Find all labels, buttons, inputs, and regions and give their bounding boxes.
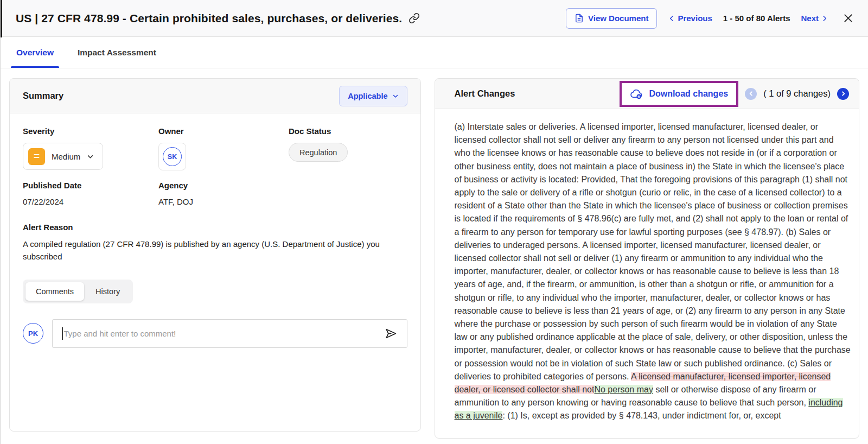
alerts-count: 1 - 50 of 80 Alerts xyxy=(723,14,790,23)
summary-body: Severity = Medium Owner SK xyxy=(10,113,420,361)
tab-overview[interactable]: Overview xyxy=(15,37,55,68)
tab-comments[interactable]: Comments xyxy=(25,282,84,301)
next-alert-button[interactable]: Next xyxy=(801,14,828,23)
copy-link-icon[interactable] xyxy=(409,12,420,24)
tab-bar: Overview Impact Assessment xyxy=(1,37,868,68)
next-label: Next xyxy=(801,14,819,23)
download-changes-label: Download changes xyxy=(649,89,728,99)
cloud-download-icon xyxy=(630,88,643,100)
agency-label: Agency xyxy=(158,181,289,190)
severity-medium-icon: = xyxy=(28,148,45,165)
change-segment-normal: (a) Interstate sales or deliveries. A li… xyxy=(455,122,851,381)
next-change-icon[interactable] xyxy=(837,88,849,100)
published-date-label: Published Date xyxy=(23,181,158,190)
changes-pager-text: ( 1 of 9 changes) xyxy=(763,88,831,99)
chevron-left-icon xyxy=(668,15,675,22)
summary-card: Summary Applicable Severity = Medium xyxy=(9,78,421,432)
severity-label: Severity xyxy=(23,126,158,136)
changes-pager: ( 1 of 9 changes) xyxy=(745,88,849,100)
alert-changes-body: (a) Interstate sales or deliveries. A li… xyxy=(435,109,859,434)
owner-label: Owner xyxy=(158,126,289,136)
change-segment-added: No person may xyxy=(594,385,653,394)
applicable-dropdown[interactable]: Applicable xyxy=(339,86,407,106)
text-caret xyxy=(62,327,63,340)
view-document-label: View Document xyxy=(588,14,648,23)
comment-placeholder: Type and hit enter to comment! xyxy=(64,329,384,338)
header-actions: View Document Previous 1 - 50 of 80 Aler… xyxy=(566,8,854,29)
previous-alert-button[interactable]: Previous xyxy=(668,14,712,23)
comment-composer: PK Type and hit enter to comment! xyxy=(23,319,407,348)
applicable-label: Applicable xyxy=(348,92,387,100)
summary-card-header: Summary Applicable xyxy=(10,79,420,113)
owner-avatar: SK xyxy=(163,147,182,166)
alert-changes-card: Alert Changes Download changes xyxy=(435,78,859,439)
summary-fields-row-1: Severity = Medium Owner SK xyxy=(23,126,407,170)
comment-input[interactable]: Type and hit enter to comment! xyxy=(52,319,407,348)
change-segment-normal: : (1) Is, except as provided by § 478.14… xyxy=(502,411,781,420)
owner-picker[interactable]: SK xyxy=(158,143,186,170)
alert-changes-header: Alert Changes Download changes xyxy=(435,79,859,109)
agency-value: ATF, DOJ xyxy=(158,197,289,206)
alert-reason-text: A compiled regulation (27 CFR 478.99) is… xyxy=(23,238,405,263)
chevron-down-icon xyxy=(87,153,94,160)
doc-status-label: Doc Status xyxy=(289,126,407,136)
previous-change-icon[interactable] xyxy=(745,88,757,100)
download-changes-button[interactable]: Download changes xyxy=(630,88,728,100)
published-date-value: 07/22/2024 xyxy=(23,197,158,206)
alert-reason-label: Alert Reason xyxy=(23,223,407,232)
previous-label: Previous xyxy=(678,14,712,23)
chevron-right-icon xyxy=(821,15,828,22)
header: US | 27 CFR 478.99 - Certain prohibited … xyxy=(1,0,868,37)
chevron-down-icon xyxy=(392,93,399,99)
close-icon[interactable] xyxy=(843,12,854,24)
download-highlight-annotation: Download changes xyxy=(620,81,738,107)
changes-text: (a) Interstate sales or deliveries. A li… xyxy=(455,120,851,423)
alert-changes-title: Alert Changes xyxy=(455,88,515,99)
tab-history[interactable]: History xyxy=(85,282,130,301)
document-icon xyxy=(575,14,584,23)
commenter-avatar: PK xyxy=(23,323,43,344)
comments-history-tabs: Comments History xyxy=(23,280,133,303)
summary-title: Summary xyxy=(23,91,63,101)
summary-fields-row-2: Published Date 07/22/2024 Agency ATF, DO… xyxy=(23,181,407,206)
page-title: US | 27 CFR 478.99 - Certain prohibited … xyxy=(16,12,402,25)
severity-value: Medium xyxy=(52,152,80,161)
main-content: Summary Applicable Severity = Medium xyxy=(1,68,868,444)
viewport-edge xyxy=(1,0,2,37)
severity-dropdown[interactable]: = Medium xyxy=(23,143,103,170)
send-comment-icon[interactable] xyxy=(384,327,398,340)
tab-impact-assessment[interactable]: Impact Assessment xyxy=(76,37,157,68)
view-document-button[interactable]: View Document xyxy=(566,8,657,29)
alert-reason-section: Alert Reason A compiled regulation (27 C… xyxy=(23,223,407,263)
doc-status-badge: Regulation xyxy=(289,143,348,162)
